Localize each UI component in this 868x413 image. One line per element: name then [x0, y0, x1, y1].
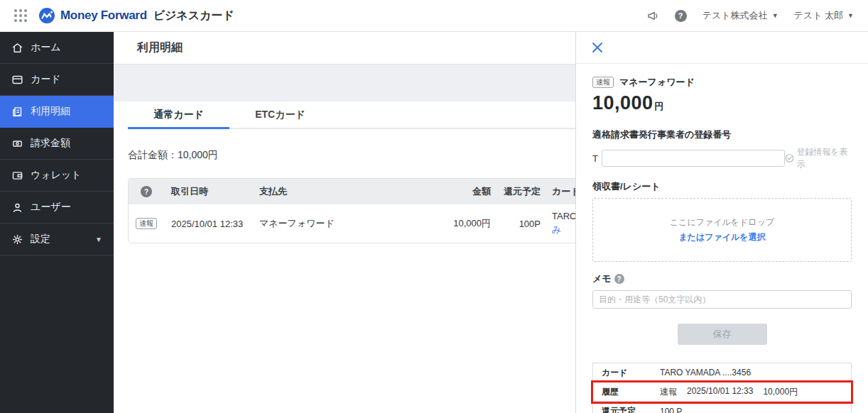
detail-card-value: TARO YAMADA ....3456 [660, 368, 751, 378]
top-header: Money Forward ビジネスカード ? テスト株式会社 ▼ テスト 太郎… [0, 0, 868, 32]
chevron-down-icon: ▼ [772, 12, 779, 19]
transaction-details-table: カード TARO YAMADA ....3456 履歴 速報 2025/10/0… [592, 363, 852, 413]
memo-input[interactable] [592, 290, 852, 309]
billing-icon [11, 138, 23, 150]
brand-product: ビジネスカード [153, 9, 234, 23]
app-window: Money Forward ビジネスカード ? テスト株式会社 ▼ テスト 太郎… [0, 0, 868, 413]
detail-row-card: カード TARO YAMADA ....3456 [593, 363, 851, 382]
column-header-payee: 支払先 [256, 185, 406, 198]
page-title: 利用明細 [137, 40, 183, 55]
column-header-points: 還元予定 [491, 185, 541, 198]
column-header-amount: 金額 [406, 185, 491, 198]
amount-unit: 円 [655, 101, 664, 111]
invoice-prefix: T [592, 153, 598, 164]
question-icon: ? [675, 10, 687, 22]
company-selector[interactable]: テスト株式会社 ▼ [702, 9, 779, 22]
tab-etc-card[interactable]: ETCカード [229, 101, 331, 128]
tab-normal-card[interactable]: 通常カード [128, 101, 229, 128]
transaction-detail-panel: 速報 マネーフォワード 10,000円 適格請求書発行事業者の登録番号 T 登録… [575, 32, 868, 413]
history-tag: 速報 [660, 386, 677, 398]
invoice-number-input[interactable] [602, 150, 785, 167]
chevron-down-icon: ▼ [95, 236, 102, 243]
wallet-icon [11, 170, 23, 182]
chevron-down-icon: ▼ [847, 12, 854, 19]
brand[interactable]: Money Forward ビジネスカード [38, 7, 234, 24]
transaction-amount: 10,000 [592, 92, 653, 114]
sidebar-item-label: ホーム [31, 41, 61, 54]
flash-report-badge: 速報 [592, 77, 614, 88]
sidebar-item-label: ユーザー [31, 201, 71, 214]
company-name: テスト株式会社 [702, 9, 768, 22]
user-icon [11, 202, 23, 214]
detail-row-history-highlighted: 履歴 速報 2025/10/01 12:33 10,000円 [593, 382, 851, 402]
announcements-button[interactable] [646, 9, 659, 22]
home-icon [11, 42, 23, 54]
detail-label: 履歴 [602, 386, 660, 398]
show-registration-label: 登録情報を表示 [796, 146, 852, 170]
close-icon [592, 42, 603, 53]
help-icon[interactable]: ? [141, 186, 152, 197]
cell-points: 100P [491, 219, 541, 229]
detail-label: 還元予定 [602, 405, 660, 413]
sidebar-item-label: 請求金額 [31, 137, 70, 150]
app-launcher-icon[interactable] [14, 9, 27, 22]
show-registration-action[interactable]: 登録情報を表示 [785, 146, 852, 170]
file-dropzone[interactable]: ここにファイルをドロップ またはファイルを選択 [592, 198, 852, 262]
sidebar-item-users[interactable]: ユーザー [0, 192, 114, 224]
detail-points-value: 100 P [660, 407, 682, 413]
panel-header [576, 32, 868, 64]
merchant-name: マネーフォワード [619, 76, 695, 89]
sidebar-item-label: ウォレット [31, 169, 82, 182]
money-forward-logo-icon [38, 7, 55, 24]
sidebar-nav: ホーム カード 利用明細 請求金額 ウォレット [0, 32, 114, 413]
detail-row-points: 還元予定 100 P [593, 402, 851, 413]
sidebar-item-home[interactable]: ホーム [0, 32, 114, 64]
history-amount: 10,000円 [763, 386, 798, 398]
detail-label: カード [602, 367, 660, 379]
sidebar-item-label: 設定 [31, 233, 50, 246]
flash-report-badge: 速報 [136, 218, 157, 229]
card-icon [11, 74, 23, 86]
invoice-number-label: 適格請求書発行事業者の登録番号 [592, 128, 852, 141]
brand-name: Money Forward [60, 9, 147, 23]
megaphone-icon [646, 9, 659, 22]
gear-icon [11, 233, 23, 246]
check-circle-icon [785, 153, 794, 163]
sidebar-item-settings[interactable]: 設定 ▼ [0, 224, 114, 255]
file-select-link[interactable]: またはファイルを選択 [678, 231, 765, 243]
history-datetime: 2025/10/01 12:33 [687, 386, 753, 398]
close-button[interactable] [592, 42, 603, 53]
cell-amount: 10,000円 [406, 217, 491, 230]
user-name: テスト 太郎 [794, 9, 844, 22]
user-menu[interactable]: テスト 太郎 ▼ [794, 9, 854, 22]
sidebar-item-billing[interactable]: 請求金額 [0, 128, 114, 160]
sidebar-item-label: 利用明細 [31, 105, 70, 118]
cell-datetime: 2025/10/01 12:33 [164, 219, 256, 229]
receipt-label: 領収書/レシート [592, 180, 852, 193]
dropzone-hint: ここにファイルをドロップ [670, 216, 774, 228]
sidebar-item-statements[interactable]: 利用明細 [0, 96, 114, 128]
help-icon[interactable]: ? [614, 274, 624, 284]
cell-payee: マネーフォワード [256, 217, 406, 230]
column-header-datetime: 取引日時 [164, 185, 256, 198]
statement-icon [11, 106, 23, 118]
sidebar-item-label: カード [31, 73, 61, 86]
memo-label: メモ ? [592, 272, 852, 285]
sidebar-item-cards[interactable]: カード [0, 64, 114, 96]
save-button[interactable]: 保存 [678, 324, 767, 345]
memo-label-text: メモ [592, 272, 612, 285]
help-button[interactable]: ? [675, 10, 687, 22]
sidebar-item-wallet[interactable]: ウォレット [0, 160, 114, 192]
